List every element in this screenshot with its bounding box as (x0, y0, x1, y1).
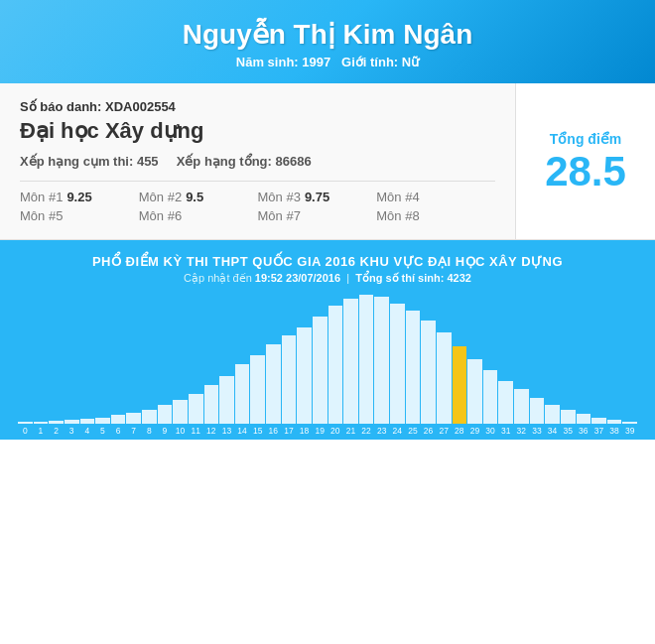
mon-grid: Môn #19.25Môn #29.5Môn #39.75Môn #4Môn #… (20, 190, 495, 223)
chart-bar (313, 317, 328, 424)
chart-container: 0123456789101112131415161718192021222324… (16, 295, 639, 440)
x-label: 31 (498, 426, 513, 436)
mon-label: Môn #6 (139, 208, 182, 223)
mon-score: 9.5 (186, 190, 203, 204)
x-label: 3 (65, 426, 79, 436)
chart-bar (359, 295, 374, 424)
x-label: 19 (313, 426, 328, 436)
chart-bar (390, 304, 405, 424)
x-label: 12 (204, 426, 219, 436)
mon-item: Môn #5 (20, 208, 139, 223)
x-label: 28 (453, 426, 467, 436)
chart-bar (173, 400, 188, 424)
mon-item: Môn #4 (376, 190, 495, 204)
mon-item: Môn #39.75 (258, 190, 377, 204)
chart-bar (250, 355, 265, 424)
chart-bar (189, 394, 203, 424)
chart-bar (545, 405, 560, 425)
x-label: 25 (406, 426, 421, 436)
chart-bar (530, 398, 545, 424)
x-label: 33 (530, 426, 545, 436)
chart-bar (328, 306, 343, 424)
xephang-cum-value: 455 (137, 154, 159, 169)
chart-bar (514, 389, 529, 424)
xephang-cum-label: Xếp hạng cụm thi: (20, 154, 133, 169)
chart-bar (591, 418, 606, 425)
chart-total-label: Tổng số thí sinh: (355, 272, 444, 284)
x-label: 30 (483, 426, 498, 436)
truong-name: Đại học Xây dựng (20, 118, 495, 144)
chart-section: PHỔ ĐIỂM KỲ THI THPT QUỐC GIA 2016 KHU V… (0, 240, 655, 440)
chart-bar (18, 422, 33, 424)
x-label: 13 (219, 426, 234, 436)
gioi-tinh-label: Giới tính: (341, 55, 398, 69)
x-labels: 0123456789101112131415161718192021222324… (16, 424, 639, 440)
chart-bar (49, 421, 64, 424)
chart-bar (235, 364, 250, 424)
mon-label: Môn #3 (258, 190, 301, 204)
chart-bar (483, 370, 498, 424)
x-label: 8 (142, 426, 157, 436)
chart-bar (607, 420, 622, 424)
chart-bar (343, 299, 358, 424)
chart-bar (498, 381, 513, 424)
sbd-line: Số báo danh: XDA002554 (20, 99, 495, 114)
chart-bar (622, 422, 637, 424)
x-label: 29 (467, 426, 482, 436)
chart-bar (437, 332, 452, 424)
x-label: 0 (18, 426, 33, 436)
mon-label: Môn #2 (139, 190, 182, 204)
x-label: 5 (95, 426, 110, 436)
x-label: 27 (437, 426, 452, 436)
student-name: Nguyễn Thị Kim Ngân (20, 18, 635, 51)
chart-total-value: 4232 (447, 272, 470, 284)
gioi-tinh-value: Nữ (402, 55, 419, 69)
xephang-line: Xếp hạng cụm thi: 455 Xếp hạng tổng: 866… (20, 154, 495, 169)
x-label: 9 (158, 426, 173, 436)
chart-bar (219, 376, 234, 424)
x-label: 38 (607, 426, 622, 436)
x-label: 7 (126, 426, 141, 436)
x-label: 14 (235, 426, 250, 436)
mon-label: Môn #5 (20, 208, 63, 223)
chart-bar (561, 410, 576, 424)
chart-bar (80, 419, 95, 424)
chart-bar (453, 346, 467, 424)
chart-bar (406, 311, 421, 424)
sbd-label: Số báo danh: (20, 99, 101, 114)
x-label: 15 (250, 426, 265, 436)
mon-label: Môn #7 (258, 208, 301, 223)
nam-sinh-value: 1997 (302, 55, 330, 69)
x-label: 34 (545, 426, 560, 436)
x-label: 36 (577, 426, 591, 436)
chart-subtitle: Cập nhật đến 19:52 23/07/2016 | Tổng số … (16, 272, 639, 285)
x-label: 23 (374, 426, 389, 436)
x-label: 16 (266, 426, 281, 436)
x-label: 37 (591, 426, 606, 436)
x-label: 18 (297, 426, 312, 436)
x-label: 35 (561, 426, 576, 436)
chart-bar (297, 327, 312, 425)
x-label: 17 (282, 426, 297, 436)
separator (20, 181, 495, 182)
chart-bar (65, 420, 79, 424)
info-left: Số báo danh: XDA002554 Đại học Xây dựng … (0, 83, 516, 239)
info-card: Số báo danh: XDA002554 Đại học Xây dựng … (0, 83, 655, 240)
mon-item: Môn #8 (376, 208, 495, 223)
x-label: 39 (622, 426, 637, 436)
x-label: 20 (328, 426, 343, 436)
xephang-tong-value: 86686 (276, 154, 312, 169)
nam-sinh-label: Năm sinh: (236, 55, 299, 69)
chart-bar (374, 297, 389, 424)
mon-item: Môn #6 (139, 208, 258, 223)
x-label: 4 (80, 426, 95, 436)
chart-title: PHỔ ĐIỂM KỲ THI THPT QUỐC GIA 2016 KHU V… (16, 254, 639, 269)
x-label: 2 (49, 426, 64, 436)
x-label: 24 (390, 426, 405, 436)
mon-item: Môn #7 (258, 208, 377, 223)
x-label: 21 (343, 426, 358, 436)
header-info: Năm sinh: 1997 Giới tính: Nữ (20, 55, 635, 69)
chart-bar (34, 422, 49, 424)
x-label: 11 (189, 426, 203, 436)
chart-bar (204, 385, 219, 424)
